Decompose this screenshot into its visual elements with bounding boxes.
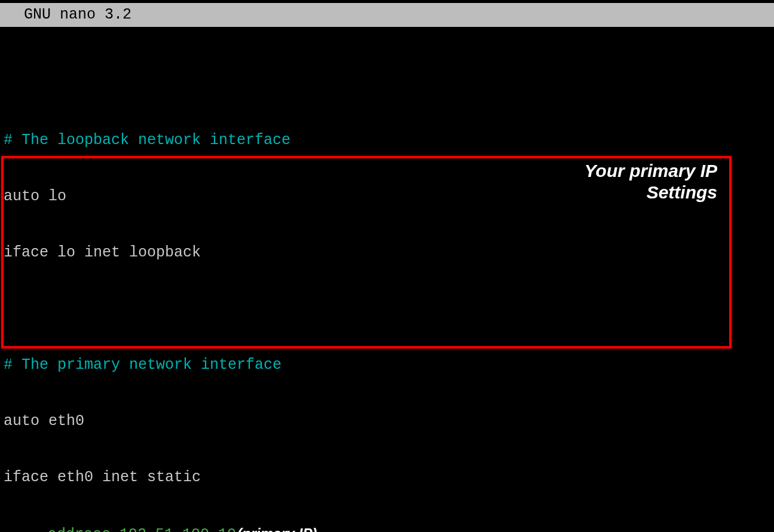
app-title: GNU nano 3.2 [24,6,131,23]
highlight-label: Your primary IP Settings [585,160,717,203]
config-line: address 192.51.100.10(primary IP) [0,523,774,532]
config-line [0,74,774,95]
comment-line: # The primary network interface [0,354,774,376]
comment-line: # The loopback network interface [0,130,774,151]
config-line: auto eth0 [0,411,774,432]
highlight-label-line2: Settings [585,182,717,203]
config-line: iface eth0 inet static [0,467,774,488]
address-line: address 192.51.100.10 [48,526,236,532]
title-bar: GNU nano 3.2 [0,3,774,27]
highlight-label-line1: Your primary IP [585,160,717,182]
primary-ip-annotation: (primary IP) [237,525,317,532]
